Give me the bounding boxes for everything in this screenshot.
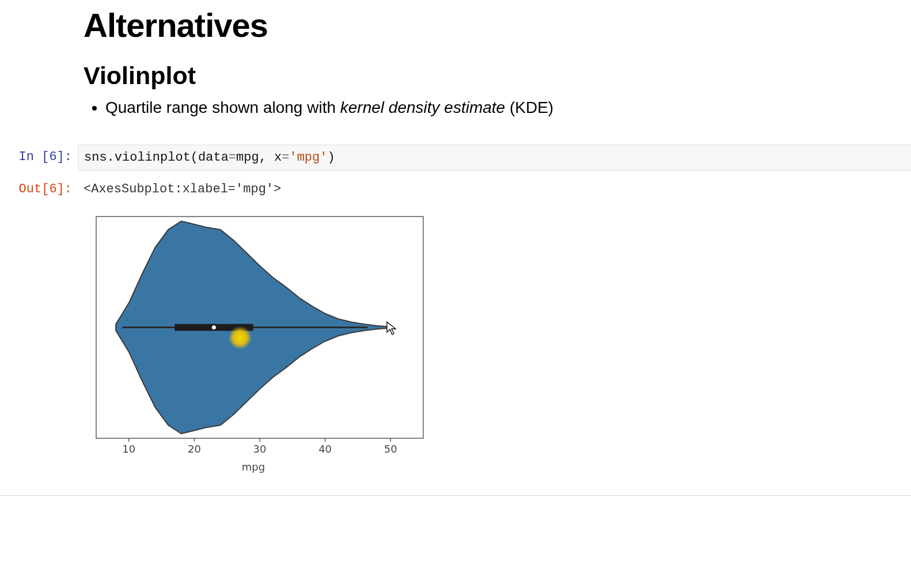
code-token: = [229,150,236,165]
code-token: ) [327,150,335,165]
xtick-label: 30 [253,443,267,455]
text-output: <AxesSubplot:xlabel='mpg'> [78,177,911,202]
xtick-label: 20 [188,443,201,455]
x-axis-label: mpg [83,461,423,473]
heading-alternatives: Alternatives [83,6,911,44]
code-token: sns.violinplot(data [84,150,229,165]
code-token: 'mpg' [289,150,327,165]
xtick-label: 50 [384,443,397,455]
code-input[interactable]: sns.violinplot(data=mpg, x='mpg') [78,145,911,171]
markdown-content: Alternatives Violinplot Quartile range s… [0,6,911,119]
divider [0,495,911,496]
jupyter-cell: In [6]: sns.violinplot(data=mpg, x='mpg'… [0,145,911,470]
input-prompt: In [6]: [0,145,78,170]
bullet-text-post: (KDE) [505,98,553,116]
code-token: mpg, x [236,150,282,165]
output-prompt: Out[6]: [0,177,78,202]
output-row: Out[6]: <AxesSubplot:xlabel='mpg'> [0,177,911,202]
bullet-item: Quartile range shown along with kernel d… [105,97,911,119]
svg-point-3 [212,325,216,329]
page: Alternatives Violinplot Quartile range s… [0,0,911,588]
highlight-dot-icon [229,326,252,349]
bullet-text-italic: kernel density estimate [340,98,505,116]
violin-plot: 1020304050mpg [83,214,434,470]
code-token: = [282,150,289,165]
xtick-label: 40 [318,443,332,455]
input-row: In [6]: sns.violinplot(data=mpg, x='mpg'… [0,145,911,171]
bullet-text-pre: Quartile range shown along with [105,98,340,116]
plot-output: 1020304050mpg [83,214,911,470]
xtick-label: 10 [122,443,135,455]
bullet-list: Quartile range shown along with kernel d… [94,97,911,119]
heading-violinplot: Violinplot [83,62,911,90]
